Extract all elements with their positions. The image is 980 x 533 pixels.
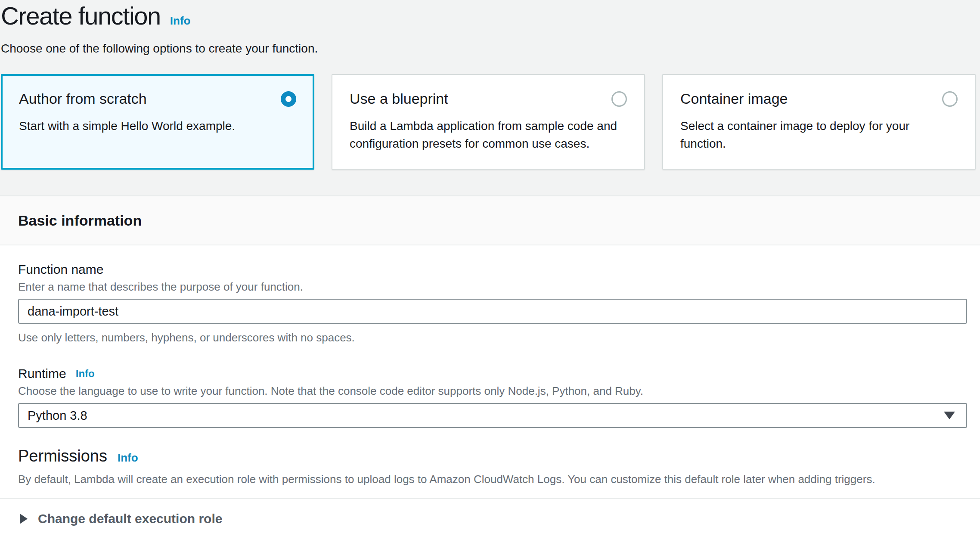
page-subtitle: Choose one of the following options to c… — [1, 41, 976, 56]
radio-button-icon[interactable] — [942, 91, 958, 107]
function-name-help: Enter a name that describes the purpose … — [18, 280, 967, 294]
runtime-label: Runtime — [18, 366, 66, 381]
runtime-field-group: Runtime Info Choose the language to use … — [18, 366, 967, 428]
panel-header: Basic information — [0, 196, 980, 245]
page-title: Create function — [1, 2, 161, 30]
radio-button-selected-icon[interactable] — [281, 91, 296, 107]
function-name-label: Function name — [18, 262, 967, 277]
option-card-use-a-blueprint[interactable]: Use a blueprint Build a Lambda applicati… — [332, 74, 645, 170]
permissions-info-link[interactable]: Info — [118, 451, 138, 465]
page-header: Create function Info Choose one of the f… — [0, 0, 980, 56]
runtime-select[interactable]: Python 3.8 — [18, 403, 967, 428]
radio-button-icon[interactable] — [611, 91, 627, 107]
panel-body: Function name Enter a name that describe… — [0, 245, 980, 486]
option-card-title: Use a blueprint — [350, 90, 448, 107]
title-info-link[interactable]: Info — [170, 14, 191, 28]
option-card-description: Build a Lambda application from sample c… — [350, 118, 627, 152]
basic-information-panel: Basic information Function name Enter a … — [0, 195, 980, 533]
expander-label: Change default execution role — [38, 511, 222, 527]
creation-option-cards: Author from scratch Start with a simple … — [1, 74, 976, 170]
option-card-container-image[interactable]: Container image Select a container image… — [662, 74, 976, 170]
option-card-title: Author from scratch — [19, 90, 147, 107]
function-name-hint: Use only letters, numbers, hyphens, or u… — [18, 331, 967, 344]
permissions-heading: Permissions — [18, 447, 107, 465]
option-card-title: Container image — [680, 90, 788, 107]
option-card-description: Start with a simple Hello World example. — [19, 118, 296, 135]
caret-down-icon — [944, 412, 955, 419]
caret-right-icon — [20, 514, 28, 524]
runtime-help: Choose the language to use to write your… — [18, 384, 967, 398]
function-name-field-group: Function name Enter a name that describe… — [18, 262, 967, 344]
function-name-input[interactable] — [18, 299, 967, 324]
runtime-selected-value: Python 3.8 — [28, 409, 87, 423]
basic-information-heading: Basic information — [18, 212, 142, 229]
runtime-info-link[interactable]: Info — [76, 368, 95, 380]
option-card-author-from-scratch[interactable]: Author from scratch Start with a simple … — [1, 74, 314, 170]
permissions-description: By default, Lambda will create an execut… — [18, 472, 967, 486]
create-function-page: Create function Info Choose one of the f… — [0, 0, 980, 533]
option-card-description: Select a container image to deploy for y… — [680, 118, 958, 152]
change-default-execution-role-expander[interactable]: Change default execution role — [0, 499, 980, 533]
